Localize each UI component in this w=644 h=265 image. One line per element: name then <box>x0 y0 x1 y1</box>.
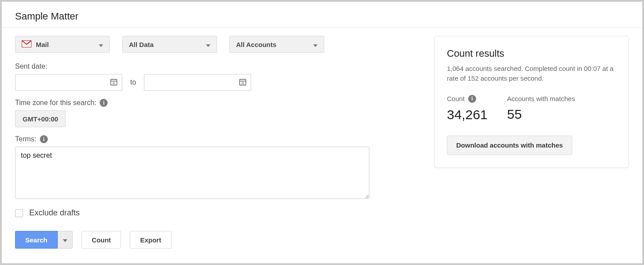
terms-textarea[interactable] <box>15 147 369 199</box>
page-title: Sample Matter <box>2 11 642 27</box>
content-row: Mail All Data All Accoun <box>2 36 642 249</box>
exclude-drafts-checkbox[interactable] <box>15 209 23 217</box>
terms-label: Terms: i <box>15 135 394 143</box>
search-dropdown-toggle[interactable] <box>58 231 73 249</box>
service-dropdown[interactable]: Mail <box>15 36 110 53</box>
exclude-drafts-label: Exclude drafts <box>29 208 80 218</box>
date-to-label: to <box>130 78 136 86</box>
results-metrics: Count i 34,261 Accounts with matches 55 <box>447 95 616 122</box>
service-dropdown-label: Mail <box>36 41 49 48</box>
account-scope-dropdown[interactable]: All Accounts <box>229 36 324 53</box>
sent-date-label: Sent date: <box>15 62 394 70</box>
search-form: Mail All Data All Accoun <box>15 36 394 249</box>
mail-icon <box>22 40 31 49</box>
info-icon[interactable]: i <box>100 99 108 107</box>
count-results-panel: Count results 1,064 accounts searched. C… <box>434 36 629 168</box>
search-button[interactable]: Search <box>15 231 58 249</box>
timezone-value: GMT+00:00 <box>23 115 58 123</box>
timezone-label: Time zone for this search: i <box>15 99 394 107</box>
search-split-button: Search <box>15 231 73 249</box>
count-metric-label: Count i <box>447 95 488 103</box>
caret-down-icon <box>63 236 67 243</box>
timezone-button[interactable]: GMT+00:00 <box>15 110 66 127</box>
info-icon[interactable]: i <box>468 95 476 103</box>
timezone-label-text: Time zone for this search: <box>15 99 96 107</box>
date-range-row: 31 to 31 <box>15 74 394 91</box>
info-icon[interactable]: i <box>40 135 48 143</box>
count-button[interactable]: Count <box>81 231 121 249</box>
account-scope-dropdown-label: All Accounts <box>236 41 276 48</box>
exclude-drafts-row: Exclude drafts <box>15 208 394 218</box>
accounts-matches-metric: Accounts with matches 55 <box>507 95 575 122</box>
data-scope-dropdown-label: All Data <box>129 41 154 48</box>
count-results-title: Count results <box>447 48 616 59</box>
action-row: Search Count Export <box>15 231 394 249</box>
dropdown-row: Mail All Data All Accoun <box>15 36 394 53</box>
count-metric-label-text: Count <box>447 95 465 102</box>
export-button[interactable]: Export <box>130 231 171 249</box>
terms-label-text: Terms: <box>15 135 36 143</box>
count-metric: Count i 34,261 <box>447 95 488 122</box>
date-to-input[interactable]: 31 <box>144 74 251 91</box>
date-from-input[interactable]: 31 <box>15 74 122 91</box>
count-results-summary: 1,064 accounts searched. Completed count… <box>447 64 616 83</box>
caret-down-icon <box>313 41 318 48</box>
divider <box>2 27 642 28</box>
caret-down-icon <box>206 41 210 48</box>
svg-text:31: 31 <box>241 82 245 85</box>
count-metric-value: 34,261 <box>447 107 488 122</box>
caret-down-icon <box>99 41 103 48</box>
accounts-matches-value: 55 <box>507 107 575 122</box>
accounts-matches-label: Accounts with matches <box>507 95 575 102</box>
calendar-icon: 31 <box>110 78 117 87</box>
calendar-icon: 31 <box>239 78 246 87</box>
download-accounts-button[interactable]: Download accounts with matches <box>447 136 572 155</box>
app-window: Sample Matter Mail <box>2 2 642 263</box>
svg-text:31: 31 <box>112 82 116 85</box>
data-scope-dropdown[interactable]: All Data <box>122 36 217 53</box>
